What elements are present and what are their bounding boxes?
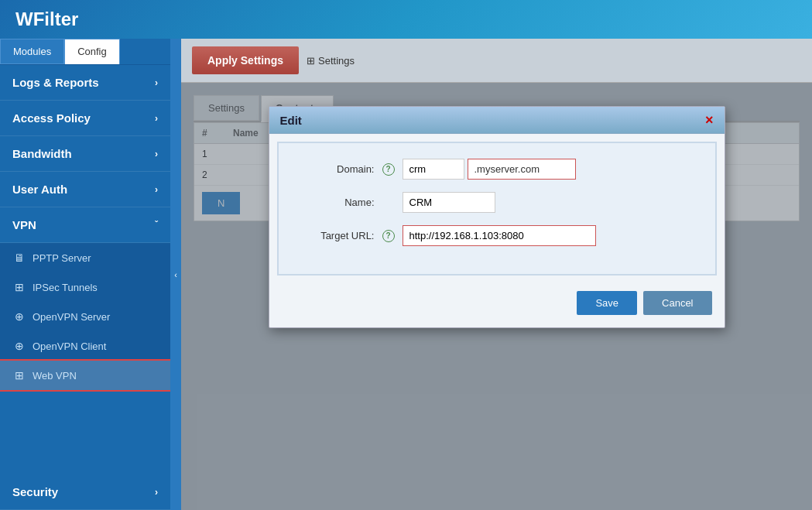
sidebar-item-web-vpn[interactable]: ⊞ Web VPN (0, 361, 170, 390)
domain-label: Domain: (297, 163, 375, 175)
edit-modal: Edit × Domain: ? (269, 106, 725, 328)
sidebar-item-pptp-server[interactable]: 🖥 PPTP Server (0, 243, 170, 272)
modal-title: Edit (280, 114, 302, 127)
chevron-right-icon: › (155, 487, 158, 498)
sidebar-collapse-button[interactable]: ‹ (170, 39, 181, 510)
domain-form-row: Domain: ? (297, 159, 697, 180)
name-input[interactable] (403, 192, 495, 213)
target-form-row: Target URL: ? (297, 225, 697, 246)
sidebar-item-user-auth[interactable]: User Auth › (0, 172, 170, 207)
sidebar-item-access-policy[interactable]: Access Policy › (0, 101, 170, 136)
chevron-right-icon: › (155, 149, 158, 159)
name-label: Name: (297, 197, 375, 208)
apply-settings-button[interactable]: Apply Settings (192, 46, 299, 74)
pptp-icon: 🖥 (12, 251, 26, 265)
modal-header: Edit × (269, 107, 725, 134)
modal-footer: Save Cancel (269, 283, 725, 327)
sidebar-submenu-label: OpenVPN Client (33, 341, 106, 352)
app-title: WFilter (15, 9, 78, 30)
sidebar-item-label: VPN (12, 218, 36, 231)
main-layout: Modules Config Logs & Reports › Access P… (0, 39, 812, 510)
sidebar-item-vpn[interactable]: VPN ˇ (0, 207, 170, 243)
domain-help-icon[interactable]: ? (382, 163, 395, 176)
sidebar-item-ipsec-tunnels[interactable]: ⊞ IPSec Tunnels (0, 272, 170, 302)
sidebar-item-bandwidth[interactable]: Bandwidth › (0, 136, 170, 172)
domain-inputs (403, 159, 576, 180)
sidebar-item-label: User Auth (12, 183, 67, 196)
ipsec-icon: ⊞ (12, 280, 26, 294)
chevron-right-icon: › (155, 77, 158, 88)
domain-prefix-input[interactable] (403, 159, 464, 180)
sidebar-submenu-label: PPTP Server (33, 252, 91, 264)
settings-link[interactable]: ⊞ Settings (307, 55, 355, 67)
domain-suffix-input[interactable] (468, 159, 576, 180)
sidebar-submenu-label: IPSec Tunnels (33, 282, 98, 293)
settings-link-label: Settings (318, 55, 355, 67)
cancel-button[interactable]: Cancel (643, 291, 711, 315)
chevron-down-icon: ˇ (155, 220, 158, 231)
sidebar: Modules Config Logs & Reports › Access P… (0, 39, 170, 510)
sidebar-submenu-label: Web VPN (33, 370, 77, 382)
sidebar-item-logs-reports[interactable]: Logs & Reports › (0, 65, 170, 101)
tab-modules[interactable]: Modules (0, 39, 64, 64)
name-form-row: Name: (297, 192, 697, 213)
modal-close-button[interactable]: × (705, 113, 714, 127)
tab-config[interactable]: Config (64, 39, 120, 64)
content-area: Apply Settings ⊞ Settings Settings Conte… (181, 39, 812, 510)
sidebar-item-label: Access Policy (12, 111, 91, 125)
openvpn-server-icon: ⊕ (12, 310, 26, 323)
vpn-submenu: 🖥 PPTP Server ⊞ IPSec Tunnels ⊕ OpenVPN … (0, 243, 170, 390)
sidebar-item-label: Bandwidth (12, 147, 72, 160)
chevron-right-icon: › (155, 113, 158, 124)
modal-overlay: Edit × Domain: ? (181, 83, 812, 510)
web-vpn-icon: ⊞ (12, 368, 26, 382)
sidebar-item-openvpn-server[interactable]: ⊕ OpenVPN Server (0, 302, 170, 331)
page-content: Settings Contents # Name Domain 1 2 (181, 83, 812, 510)
toolbar: Apply Settings ⊞ Settings (181, 39, 812, 83)
sidebar-item-label: Logs & Reports (12, 76, 99, 89)
save-button[interactable]: Save (577, 291, 637, 315)
sidebar-submenu-label: OpenVPN Server (33, 311, 110, 323)
modal-body: Domain: ? Name: (277, 142, 717, 276)
sidebar-item-label: Security (12, 485, 58, 498)
sidebar-item-security[interactable]: Security › (0, 474, 170, 510)
app-header: WFilter (0, 0, 812, 39)
target-label: Target URL: (297, 230, 375, 241)
sidebar-tab-bar: Modules Config (0, 39, 170, 65)
openvpn-client-icon: ⊕ (12, 339, 26, 353)
settings-icon: ⊞ (307, 55, 315, 67)
chevron-right-icon: › (155, 184, 158, 195)
sidebar-item-openvpn-client[interactable]: ⊕ OpenVPN Client (0, 331, 170, 361)
target-url-input[interactable] (403, 225, 596, 246)
target-help-icon[interactable]: ? (382, 230, 395, 242)
